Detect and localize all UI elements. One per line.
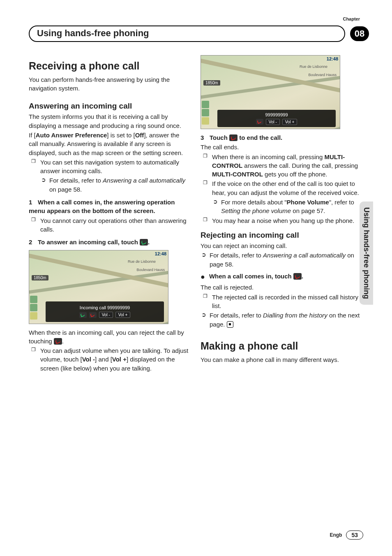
map-street: Boulevard Hauss (308, 73, 337, 77)
reject-call-icon (293, 273, 302, 280)
chapter-label: Chapter (343, 16, 360, 21)
para-answering-desc: The system informs you that it is receiv… (29, 112, 189, 130)
para-reject-intro: You can reject an incoming call. (201, 241, 361, 250)
reject-call-icon (54, 338, 62, 345)
map-street: Rue de Lisbonne (128, 259, 156, 264)
list-item: You can adjust volume when you are talki… (40, 346, 189, 373)
map-time: 12:48 (155, 251, 166, 256)
reject-action-heading: ● When a call comes in, touch . (201, 272, 361, 283)
vol-up-button[interactable]: Vol + (115, 312, 131, 318)
para-call-ends: The call ends. (201, 143, 361, 151)
para-intro: You can perform hands-free answering by … (29, 75, 189, 93)
list-item: For details, refer to Answering a call a… (210, 251, 361, 269)
para-auto-answer: If [Auto Answer Preference] is set to [O… (29, 131, 189, 157)
step-3: 3Touch to end the call. (201, 133, 361, 142)
overlay-caller: Incoming call 999999999 (80, 305, 130, 310)
right-column: 12:48 1850m Rue de Lisbonne Boulevard Ha… (201, 53, 361, 373)
para-making-intro: You can make a phone call in many differ… (201, 355, 361, 364)
answer-call-icon (140, 239, 148, 246)
map-street: Boulevard Hauss (136, 268, 165, 272)
list-item: For more details about "Phone Volume", r… (221, 198, 361, 215)
reject-icon[interactable] (89, 312, 97, 318)
screenshot-incoming-call: 12:48 1850m Rue de Lisbonne Boulevard Ha… (29, 250, 168, 324)
subsection-answering: Answering an incoming call (29, 102, 189, 111)
list-item: For details, refer to Dialling from the … (210, 311, 361, 329)
map-time: 12:48 (327, 56, 338, 61)
map-distance: 1850m (203, 80, 220, 86)
side-tab: Using hands-free phoning (360, 202, 373, 305)
vol-down-button[interactable]: Vol - (99, 312, 113, 318)
para-call-rejected: The call is rejected. (201, 283, 361, 292)
header-title: Using hands-free phoning (37, 28, 149, 39)
list-item: You cannot carry out operations other th… (40, 216, 189, 234)
hangup-icon[interactable] (256, 119, 263, 125)
screenshot-active-call: 12:48 1850m Rue de Lisbonne Boulevard Ha… (201, 55, 340, 129)
header-title-pill: Using hands-free phoning (29, 25, 345, 42)
call-overlay: 999999999 Vol - Vol + (217, 110, 336, 127)
list-item: When there is an incoming call, pressing… (212, 153, 361, 179)
answer-icon[interactable] (79, 312, 87, 318)
end-call-icon (229, 134, 238, 141)
call-overlay: Incoming call 999999999 Vol - Vol + (46, 301, 164, 322)
section-end-icon (227, 321, 233, 328)
footer-lang: Engb (330, 532, 342, 538)
map-street: Rue de Lisbonne (300, 65, 327, 69)
list-item: For details, refer to Answering a call a… (49, 176, 189, 194)
page-footer: Engb 53 (330, 531, 363, 540)
chapter-number-badge: 08 (350, 26, 369, 41)
list-item: You may hear a noise when you hang up th… (212, 216, 361, 225)
list-item: You can set this navigation system to au… (40, 158, 189, 194)
step-1: 1When a call comes in, the answering ope… (29, 198, 189, 215)
map-distance: 1850m (32, 275, 48, 280)
subsection-rejecting: Rejecting an incoming call (201, 231, 361, 240)
para-reject-hint: When there is an incoming call, you can … (29, 328, 189, 346)
left-column: Receiving a phone call You can perform h… (29, 53, 189, 373)
vol-up-button[interactable]: Vol + (282, 119, 297, 125)
page-header: Using hands-free phoning 08 (29, 25, 369, 42)
section-receiving: Receiving a phone call (29, 60, 189, 72)
list-item: The rejected call is recorded in the mis… (212, 293, 361, 310)
vol-down-button[interactable]: Vol - (266, 119, 280, 125)
section-making-call: Making a phone call (201, 340, 361, 352)
step-2: 2To answer an incoming call, touch . (29, 238, 189, 246)
list-item: If the voice on the other end of the cal… (212, 179, 361, 215)
page-number: 53 (346, 531, 363, 540)
overlay-caller: 999999999 (265, 112, 288, 117)
